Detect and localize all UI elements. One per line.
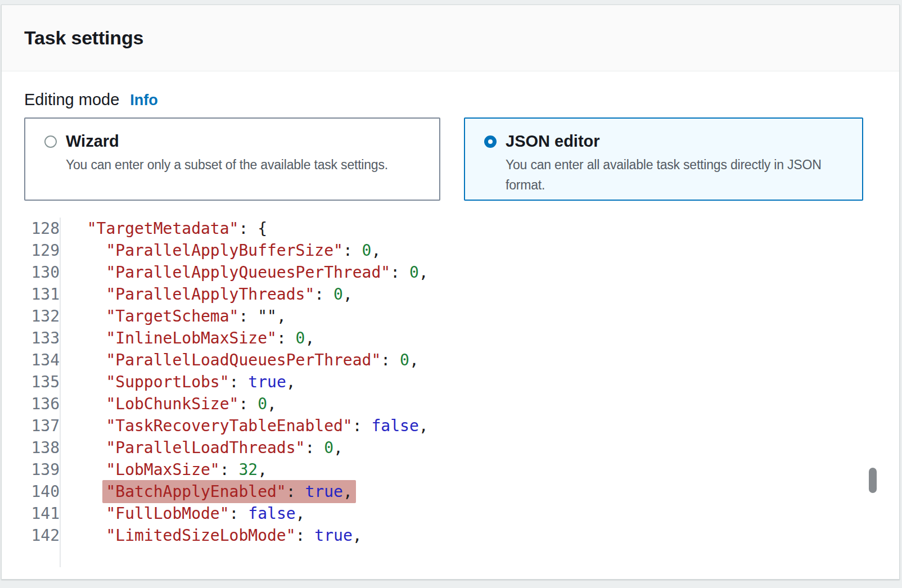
code-line[interactable]: "LobChunkSize": 0, xyxy=(68,393,877,415)
code-token: true xyxy=(305,482,342,501)
line-number: 138 xyxy=(24,437,60,459)
tile-wizard-radio-row: Wizard xyxy=(44,132,430,151)
code-token: , xyxy=(353,526,362,545)
code-line[interactable]: "ParallelLoadQueuesPerThread": 0, xyxy=(68,349,877,371)
line-number: 131 xyxy=(24,283,60,305)
tile-json-description: You can enter all available task setting… xyxy=(506,155,853,195)
code-token: : xyxy=(220,460,239,479)
code-token: "LimitedSizeLobMode" xyxy=(106,526,295,545)
code-line[interactable]: "TargetSchema": "", xyxy=(68,305,877,327)
code-token: , xyxy=(258,460,267,479)
code-token: : xyxy=(229,504,249,523)
code-token: "TaskRecoveryTableEnabled" xyxy=(106,417,352,435)
code-token: "LobChunkSize" xyxy=(106,395,238,413)
line-number: 136 xyxy=(24,393,60,415)
line-number: 132 xyxy=(24,305,60,327)
panel-header: Task settings xyxy=(2,5,899,71)
tile-json-editor[interactable]: JSON editor You can enter all available … xyxy=(464,117,863,201)
task-settings-panel: Task settings Editing mode Info Wizard Y… xyxy=(1,4,900,580)
code-token: false xyxy=(248,504,295,523)
code-token: 0 xyxy=(362,241,372,260)
code-line[interactable]: "LimitedSizeLobMode": true, xyxy=(68,524,877,546)
code-token: 0 xyxy=(324,438,333,457)
code-token: : xyxy=(238,307,258,325)
code-token: , xyxy=(286,373,296,391)
code-token: , xyxy=(343,285,353,304)
code-token: "ParallelApplyQueuesPerThread" xyxy=(106,263,390,282)
code-token: "ParallelLoadThreads" xyxy=(106,438,305,457)
line-number: 142 xyxy=(24,524,60,546)
line-number: 130 xyxy=(24,261,60,283)
code-line[interactable]: "LobMaxSize": 32, xyxy=(68,459,877,481)
code-token: 0 xyxy=(258,395,267,413)
editing-mode-row: Editing mode Info xyxy=(24,91,877,110)
code-token: : xyxy=(343,241,362,260)
panel-body: Editing mode Info Wizard You can enter o… xyxy=(2,71,899,567)
code-line[interactable]: "TaskRecoveryTableEnabled": false, xyxy=(68,415,877,437)
code-line[interactable]: "ParallelApplyThreads": 0, xyxy=(68,283,877,305)
line-number: 129 xyxy=(24,239,60,261)
code-token: "ParallelApplyBufferSize" xyxy=(106,241,342,260)
line-number: 133 xyxy=(24,327,60,349)
code-token: : xyxy=(286,482,305,501)
code-line[interactable]: "BatchApplyEnabled": true, xyxy=(68,481,877,503)
code-line[interactable]: "TargetMetadata": { xyxy=(68,218,877,239)
code-line[interactable]: "ParallelLoadThreads": 0, xyxy=(68,437,877,459)
line-number: 140 xyxy=(24,481,60,503)
code-token: 0 xyxy=(400,351,409,369)
code-line[interactable]: "InlineLobMaxSize": 0, xyxy=(68,327,877,349)
code-token: "FullLobMode" xyxy=(106,504,229,523)
code-token: : xyxy=(353,417,372,435)
code-token: "TargetSchema" xyxy=(106,307,238,325)
code-token: "InlineLobMaxSize" xyxy=(106,329,276,347)
line-number: 135 xyxy=(24,371,60,393)
code-token: , xyxy=(277,307,286,325)
line-number: 134 xyxy=(24,349,60,371)
code-token: 32 xyxy=(238,460,258,479)
code-line[interactable]: "SupportLobs": true, xyxy=(68,371,877,393)
radio-selected-icon[interactable] xyxy=(484,135,497,148)
code-line[interactable]: "FullLobMode": false, xyxy=(68,503,877,524)
code-token: , xyxy=(343,482,353,501)
gutter-column: 1281291301311321331341351361371381391401… xyxy=(24,218,61,567)
code-line[interactable]: "ParallelApplyQueuesPerThread": 0, xyxy=(68,261,877,283)
code-token: , xyxy=(419,263,429,282)
code-token: : xyxy=(296,526,315,545)
code-token: : xyxy=(229,373,249,391)
tile-wizard[interactable]: Wizard You can enter only a subset of th… xyxy=(24,117,440,201)
code-token: 0 xyxy=(296,329,305,347)
scrollbar-thumb[interactable] xyxy=(869,468,877,493)
code-token: "ParallelLoadQueuesPerThread" xyxy=(106,351,381,369)
code-token: true xyxy=(314,526,352,545)
code-token: : xyxy=(314,285,333,304)
code-token: "" xyxy=(258,307,277,325)
radio-unselected-icon[interactable] xyxy=(44,135,57,148)
code-token: , xyxy=(296,504,305,523)
tile-json-radio-row: JSON editor xyxy=(484,132,853,151)
code-token: , xyxy=(267,395,277,413)
code-token: "BatchApplyEnabled" xyxy=(106,482,286,501)
code-token: , xyxy=(305,329,314,347)
code-token: , xyxy=(333,438,343,457)
code-token: : xyxy=(381,351,400,369)
panel-title: Task settings xyxy=(24,27,143,49)
code-token: , xyxy=(409,351,419,369)
code-token: "TargetMetadata" xyxy=(87,219,239,238)
code-column[interactable]: "TargetMetadata": { "ParallelApplyBuffer… xyxy=(61,218,877,567)
code-token: : xyxy=(305,438,324,457)
code-token: 0 xyxy=(333,285,343,304)
code-token: false xyxy=(371,417,418,435)
tile-json-label: JSON editor xyxy=(506,132,600,151)
code-token: : xyxy=(277,329,296,347)
code-line[interactable]: "ParallelApplyBufferSize": 0, xyxy=(68,239,877,261)
search-match-highlight: "BatchApplyEnabled": true, xyxy=(102,480,355,503)
code-token: 0 xyxy=(409,263,419,282)
line-number: 128 xyxy=(24,218,60,239)
line-number: 137 xyxy=(24,415,60,437)
json-code-editor[interactable]: 1281291301311321331341351361371381391401… xyxy=(24,218,877,567)
editing-mode-label: Editing mode xyxy=(24,91,119,109)
info-link[interactable]: Info xyxy=(130,91,157,110)
code-token: , xyxy=(371,241,381,260)
line-number: 141 xyxy=(24,503,60,524)
code-token: "SupportLobs" xyxy=(106,373,229,391)
